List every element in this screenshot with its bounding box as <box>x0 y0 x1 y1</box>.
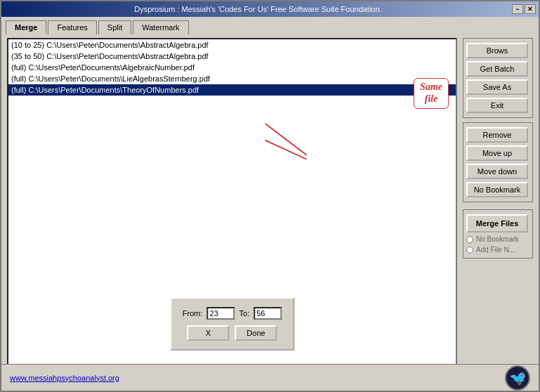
done-button[interactable]: Done <box>235 325 277 341</box>
to-label: To: <box>239 309 250 318</box>
tab-watermark[interactable]: Watermark <box>133 20 188 34</box>
file-list-container: (10 to 25) C:\Users\Peter\Documents\Abst… <box>7 38 457 380</box>
merge-group: Merge Files No Bookmark Add File N... <box>463 209 533 259</box>
right-group-1: Brows Get Batch Save As Exit <box>463 38 533 118</box>
range-row: From: To: <box>183 307 282 320</box>
from-input[interactable] <box>207 307 235 320</box>
move-up-button[interactable]: Move up <box>466 145 528 161</box>
range-buttons: X Done <box>187 325 277 341</box>
file-item-4[interactable]: (full) C:\Users\Peter\Documents\LieAlgeb… <box>8 73 456 84</box>
radio-add-file: Add File N... <box>466 246 529 254</box>
tab-features[interactable]: Features <box>48 20 96 34</box>
move-down-button[interactable]: Move down <box>466 164 528 179</box>
right-group-2: Remove Move up Move down No Bookmark <box>463 122 533 202</box>
file-item-2[interactable]: (35 to 50) C:\Users\Peter\Documents\Abst… <box>8 51 456 62</box>
file-item-3[interactable]: (full) C:\Users\Peter\Documents\Algebrai… <box>8 62 456 73</box>
content-area: (10 to 25) C:\Users\Peter\Documents\Abst… <box>1 34 539 384</box>
to-input[interactable] <box>253 307 282 320</box>
tab-bar: Merge Features Split Watermark <box>1 17 539 34</box>
radio-no-bookmark: No Bookmark <box>466 235 529 243</box>
cancel-button[interactable]: X <box>187 325 229 341</box>
left-panel: (10 to 25) C:\Users\Peter\Documents\Abst… <box>7 38 457 380</box>
save-as-button[interactable]: Save As <box>466 79 528 95</box>
file-item-5[interactable]: (full) C:\Users\Peter\Documents\TheoryOf… <box>8 84 456 96</box>
radio-add-file-input[interactable] <box>466 247 473 254</box>
range-dialog: From: To: X Done <box>170 297 294 351</box>
bottom-bar: www.messiahpsychoanalyst.org 🐦 <box>1 364 539 391</box>
same-file-annotation: Same file <box>414 78 449 109</box>
exit-button[interactable]: Exit <box>466 98 528 113</box>
logo-icon: 🐦 <box>509 370 527 386</box>
title-bar: Dysprosium : Messiah's 'Codes For Us' Fr… <box>1 1 539 17</box>
merge-files-button[interactable]: Merge Files <box>466 214 528 233</box>
brows-button[interactable]: Brows <box>466 43 528 58</box>
close-button[interactable]: ✕ <box>525 4 536 14</box>
file-item-1[interactable]: (10 to 25) C:\Users\Peter\Documents\Abst… <box>8 39 456 51</box>
right-panel: Brows Get Batch Save As Exit Remove Mo <box>463 38 533 380</box>
window-title: Dysprosium : Messiah's 'Codes For Us' Fr… <box>4 5 512 13</box>
main-window: Dysprosium : Messiah's 'Codes For Us' Fr… <box>0 0 540 392</box>
minimize-button[interactable]: − <box>512 4 523 14</box>
logo-circle: 🐦 <box>505 365 530 391</box>
title-bar-buttons: − ✕ <box>512 4 536 14</box>
from-label: From: <box>183 309 203 318</box>
tab-split[interactable]: Split <box>98 20 131 34</box>
website-link[interactable]: www.messiahpsychoanalyst.org <box>10 374 119 382</box>
radio-no-bookmark-input[interactable] <box>466 236 473 243</box>
get-batch-button[interactable]: Get Batch <box>466 61 528 77</box>
tab-merge[interactable]: Merge <box>6 20 46 34</box>
no-bookmark-button[interactable]: No Bookmark <box>466 182 528 197</box>
remove-button[interactable]: Remove <box>466 127 528 143</box>
